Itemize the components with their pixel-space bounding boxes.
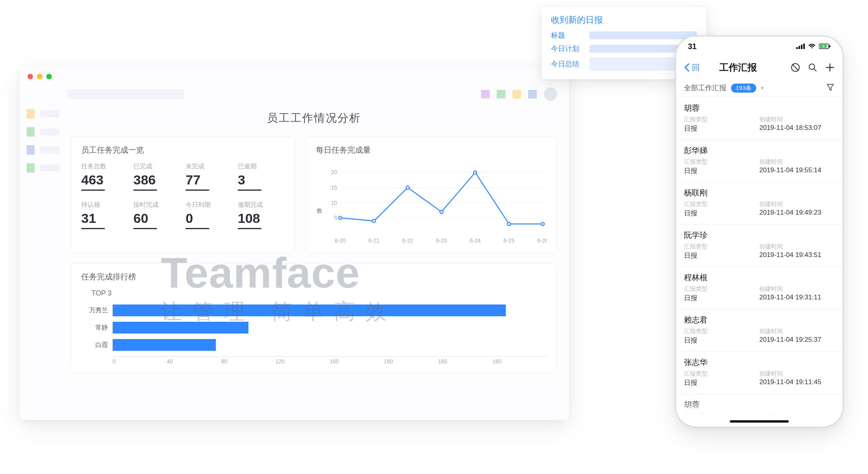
app-switcher-tile[interactable] <box>497 90 505 98</box>
stat-value: 108 <box>238 211 261 229</box>
report-time-label: 创建时间 <box>759 158 835 166</box>
report-list: 胡蓉汇报类型日报创建时间2019-11-04 18:53:07彭华娣汇报类型日报… <box>676 97 842 428</box>
report-list-item[interactable]: 张志华汇报类型日报创建时间2019-11-04 19:11:45 <box>676 351 842 394</box>
svg-text:6-24: 6-24 <box>470 237 481 244</box>
svg-text:5: 5 <box>334 215 337 221</box>
report-type: 日报 <box>684 336 759 345</box>
rank-name: 常静 <box>81 324 113 332</box>
svg-text:6-20: 6-20 <box>335 237 346 244</box>
stat-label: 已完成 <box>133 162 180 171</box>
app-switcher-tile[interactable] <box>512 90 521 98</box>
report-type: 日报 <box>684 124 759 133</box>
report-type-label: 汇报类型 <box>684 412 759 420</box>
report-time: 2019-11-04 19:55:14 <box>759 166 835 174</box>
rank-bar <box>113 304 506 316</box>
sidebar-item[interactable] <box>27 145 60 155</box>
search-icon[interactable] <box>808 63 817 72</box>
svg-point-21 <box>541 222 544 226</box>
sidebar-item[interactable] <box>27 109 60 118</box>
report-list-item[interactable]: 阮学珍汇报类型日报创建时间2019-11-04 19:43:51 <box>676 224 842 266</box>
home-indicator[interactable] <box>730 420 789 423</box>
filter-dropdown[interactable]: 全部工作汇报 <box>684 83 726 93</box>
line-chart-title: 每日任务完成量 <box>316 145 547 155</box>
filter-icon[interactable] <box>826 83 835 93</box>
sidebar-label-placeholder <box>40 110 60 117</box>
sidebar-icon <box>27 163 35 173</box>
sidebar-label-placeholder <box>40 146 60 153</box>
add-icon[interactable] <box>825 63 835 72</box>
status-bar: 31 <box>676 36 842 56</box>
stat-label: 按时完成 <box>133 201 180 209</box>
svg-rect-25 <box>803 44 805 49</box>
svg-point-16 <box>372 219 376 222</box>
report-list-item[interactable]: 程林根汇报类型日报创建时间2019-11-04 19:31:11 <box>676 266 842 309</box>
svg-text:6-23: 6-23 <box>436 237 447 244</box>
report-author: 张志华 <box>684 357 835 368</box>
desktop-window: 员工工作情况分析 员工任务完成一览 任务总数463已完成386未完成77已逾期3… <box>20 67 569 420</box>
svg-point-18 <box>440 210 443 213</box>
sidebar-item[interactable] <box>27 163 60 173</box>
report-time-label: 创建时间 <box>759 370 835 377</box>
svg-point-15 <box>339 216 342 219</box>
phone-nav-bar: 回 工作汇报 <box>676 56 842 79</box>
clock-icon[interactable] <box>791 63 800 72</box>
report-type: 日报 <box>684 209 759 218</box>
bar-axis-tick: 160 <box>384 358 438 365</box>
report-time-label: 创建时间 <box>759 285 835 293</box>
top-strip <box>20 86 569 102</box>
report-type-label: 汇报类型 <box>684 243 759 250</box>
maximize-icon[interactable] <box>46 74 52 79</box>
stat-cell: 已逾期3 <box>238 162 284 191</box>
report-type-label: 汇报类型 <box>684 158 759 166</box>
title-placeholder <box>67 89 184 99</box>
avatar[interactable] <box>544 88 557 101</box>
stat-value: 3 <box>238 173 261 191</box>
status-time: 31 <box>688 42 697 51</box>
sidebar-label-placeholder <box>40 164 60 171</box>
app-switcher-tile[interactable] <box>528 90 537 98</box>
sidebar-item[interactable] <box>27 127 60 137</box>
svg-text:6-21: 6-21 <box>368 237 379 244</box>
stat-value: 31 <box>81 211 105 229</box>
phone-nav-title: 工作汇报 <box>686 61 791 74</box>
sidebar-label-placeholder <box>40 128 60 135</box>
report-author: 胡蓉 <box>684 103 835 113</box>
close-icon[interactable] <box>27 74 33 79</box>
notification-field-label: 今日计划 <box>551 44 581 53</box>
report-time-label: 创建时间 <box>759 243 835 250</box>
stat-cell: 逾期完成108 <box>238 201 284 229</box>
stat-label: 任务总数 <box>81 162 128 171</box>
report-list-item[interactable]: 胡蓉汇报类型日报创建时间2019-11-04 18:53:07 <box>676 97 842 139</box>
stats-card: 员工任务完成一览 任务总数463已完成386未完成77已逾期3待认领31按时完成… <box>71 137 295 253</box>
svg-text:20: 20 <box>331 169 337 175</box>
rank-name: 万秀兰 <box>81 306 113 315</box>
minimize-icon[interactable] <box>37 74 42 79</box>
app-switcher-tile[interactable] <box>481 90 490 98</box>
bar-axis-tick: 120 <box>275 358 330 365</box>
report-author: 阮学珍 <box>684 230 835 241</box>
bar-axis-tick: 160 <box>438 358 492 365</box>
bar-axis-tick: 40 <box>167 358 221 365</box>
report-author: 彭华娣 <box>684 145 835 156</box>
report-author: 赖志君 <box>684 315 835 325</box>
svg-point-20 <box>507 222 511 226</box>
report-time-label: 创建时间 <box>759 116 835 123</box>
filter-row: 全部工作汇报 193条 ▾ <box>676 79 842 97</box>
report-list-item[interactable]: 杨联刚汇报类型日报创建时间2019-11-04 19:49:23 <box>676 182 842 224</box>
stat-label: 今日到期 <box>186 201 232 209</box>
bar-axis-tick: 0 <box>113 358 167 365</box>
rank-card: 任务完成排行榜 TOP 3 万秀兰常静白霞 040801201601601601… <box>71 263 557 373</box>
report-time: 2019-11-04 19:11:45 <box>759 378 835 386</box>
report-list-item[interactable]: 赖志君汇报类型日报创建时间2019-11-04 19:25:37 <box>676 309 842 351</box>
stat-value: 463 <box>81 173 105 191</box>
stat-cell: 未完成77 <box>186 162 232 191</box>
bar-axis-tick: 160 <box>492 358 547 365</box>
stats-card-title: 员工任务完成一览 <box>81 145 284 155</box>
svg-rect-23 <box>799 46 800 49</box>
report-list-item[interactable]: 彭华娣汇报类型日报创建时间2019-11-04 19:55:14 <box>676 139 842 182</box>
rank-card-title: 任务完成排行榜 <box>81 272 547 282</box>
report-type-label: 汇报类型 <box>684 328 759 335</box>
svg-rect-22 <box>796 47 798 49</box>
svg-text:6-26: 6-26 <box>537 237 547 244</box>
rank-subtitle: TOP 3 <box>91 289 547 297</box>
